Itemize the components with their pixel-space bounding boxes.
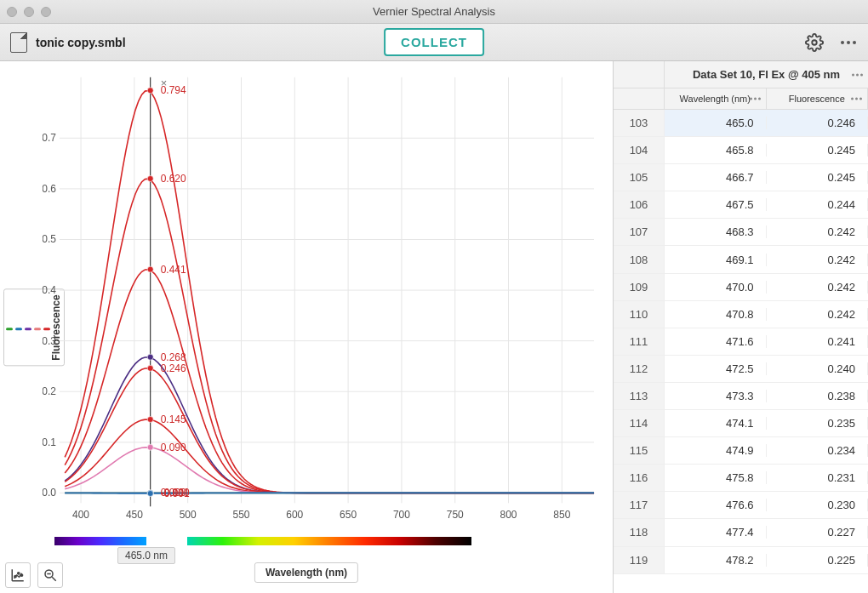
cell-fluorescence[interactable]: 0.234 [767,444,869,457]
table-row[interactable]: 109 470.0 0.242 [614,274,868,301]
cell-fluorescence[interactable]: 0.246 [767,117,869,129]
row-number: 114 [614,410,665,436]
svg-text:0.090: 0.090 [161,442,186,453]
table-row[interactable]: 113 473.3 0.238 [614,383,868,410]
svg-text:400: 400 [72,509,89,521]
cell-fluorescence[interactable]: 0.245 [767,171,869,184]
svg-text:550: 550 [233,509,250,521]
col-menu-icon[interactable] [750,98,761,100]
table-row[interactable]: 118 477.4 0.227 [614,519,868,546]
table-row[interactable]: 104 465.8 0.245 [614,137,868,164]
svg-text:0.2: 0.2 [43,385,56,397]
row-number: 110 [614,301,665,328]
cell-wavelength[interactable]: 465.8 [665,144,767,157]
cell-wavelength[interactable]: 470.0 [665,281,767,294]
table-row[interactable]: 106 467.5 0.244 [614,191,868,219]
cell-fluorescence[interactable]: 0.244 [767,198,869,211]
cell-wavelength[interactable]: 475.8 [665,471,767,484]
cell-wavelength[interactable]: 471.6 [665,335,767,348]
svg-text:0.794: 0.794 [161,84,186,96]
cell-wavelength[interactable]: 474.1 [665,417,767,430]
cell-fluorescence[interactable]: 0.242 [767,308,869,321]
table-row[interactable]: 110 470.8 0.242 [614,301,868,328]
filename[interactable]: tonic copy.smbl [36,36,126,49]
table-row[interactable]: 115 474.9 0.234 [614,437,868,465]
col-wavelength-header[interactable]: Wavelength (nm) [665,88,767,109]
row-number: 106 [614,191,665,218]
svg-point-57 [147,490,153,496]
svg-text:800: 800 [500,509,517,521]
cell-wavelength[interactable]: 470.8 [665,308,767,321]
svg-text:0.268: 0.268 [161,351,186,363]
col-fluorescence-header[interactable]: Fluorescence [767,88,869,109]
table-row[interactable]: 108 469.1 0.242 [614,246,868,273]
cell-fluorescence[interactable]: 0.245 [767,144,869,157]
table-row[interactable]: 116 475.8 0.231 [614,465,868,492]
plot-svg[interactable]: 4004505005506006507007508008500.00.10.20… [43,70,602,546]
cell-wavelength[interactable]: 472.5 [665,362,767,375]
table-row[interactable]: 105 466.7 0.245 [614,164,868,191]
cell-fluorescence[interactable]: 0.235 [767,417,869,430]
svg-point-47 [147,365,153,371]
cell-fluorescence[interactable]: 0.242 [767,225,869,238]
cell-wavelength[interactable]: 473.3 [665,390,767,402]
table-row[interactable]: 103 465.0 0.246 [614,110,868,137]
cell-wavelength[interactable]: 465.0 [665,117,767,129]
cell-wavelength[interactable]: 476.6 [665,499,767,511]
svg-text:0.6: 0.6 [43,183,56,195]
svg-text:850: 850 [553,509,570,521]
spectrum-bar-left [54,537,146,545]
file-icon[interactable] [10,32,27,53]
table-row[interactable]: 112 472.5 0.240 [614,356,868,383]
svg-text:0.620: 0.620 [161,173,186,185]
data-panel: Data Set 10, Fl Ex @ 405 nm Wavelength (… [613,61,868,593]
svg-text:0.145: 0.145 [161,413,186,425]
more-icon[interactable] [839,33,858,52]
dataset-menu-icon[interactable] [852,73,863,76]
cell-fluorescence[interactable]: 0.242 [767,254,869,266]
table-row[interactable]: 117 476.6 0.230 [614,492,868,519]
cell-fluorescence[interactable]: 0.231 [767,471,869,484]
cell-fluorescence[interactable]: 0.225 [767,554,869,567]
svg-point-45 [147,354,153,360]
row-number: 113 [614,383,665,409]
plot[interactable]: 4004505005506006507007508008500.00.10.20… [43,70,602,546]
table-row[interactable]: 119 478.2 0.225 [614,547,868,574]
cell-wavelength[interactable]: 467.5 [665,198,767,211]
gear-icon[interactable] [805,33,824,52]
cursor-readout[interactable]: 465.0 nm [117,547,175,564]
cell-fluorescence[interactable]: 0.241 [767,335,869,348]
table-row[interactable]: 111 471.6 0.241 [614,328,868,356]
cell-fluorescence[interactable]: 0.230 [767,499,869,511]
row-number: 117 [614,492,665,518]
dataset-title[interactable]: Data Set 10, Fl Ex @ 405 nm [665,61,868,88]
cell-fluorescence[interactable]: 0.227 [767,526,869,539]
table-row[interactable]: 107 468.3 0.242 [614,219,868,246]
x-axis-label[interactable]: Wavelength (nm) [254,562,358,583]
table-row[interactable]: 114 474.1 0.235 [614,410,868,437]
cell-wavelength[interactable]: 478.2 [665,554,767,567]
cell-wavelength[interactable]: 469.1 [665,254,767,266]
svg-point-51 [147,444,153,450]
row-number: 108 [614,246,665,272]
spectrum-bar-right [187,537,471,545]
cell-wavelength[interactable]: 477.4 [665,526,767,539]
cell-wavelength[interactable]: 468.3 [665,225,767,238]
cell-fluorescence[interactable]: 0.242 [767,281,869,294]
graph-tools-icon[interactable] [5,562,31,588]
svg-text:0.3: 0.3 [43,335,56,347]
row-number: 104 [614,137,665,163]
svg-text:0.246: 0.246 [161,362,186,374]
col-menu-icon[interactable] [851,98,862,100]
chart-area[interactable]: Fluorescence 400450500550600650700750800… [0,61,613,593]
cell-wavelength[interactable]: 474.9 [665,444,767,457]
row-number: 107 [614,219,665,245]
cell-fluorescence[interactable]: 0.240 [767,362,869,375]
svg-point-43 [147,266,153,272]
cell-wavelength[interactable]: 466.7 [665,171,767,184]
table-body[interactable]: 103 465.0 0.246104 465.8 0.245105 466.7 … [614,110,868,593]
collect-button[interactable]: COLLECT [384,28,484,56]
row-number: 112 [614,356,665,382]
zoom-fit-icon[interactable] [37,562,63,588]
cell-fluorescence[interactable]: 0.238 [767,390,869,402]
